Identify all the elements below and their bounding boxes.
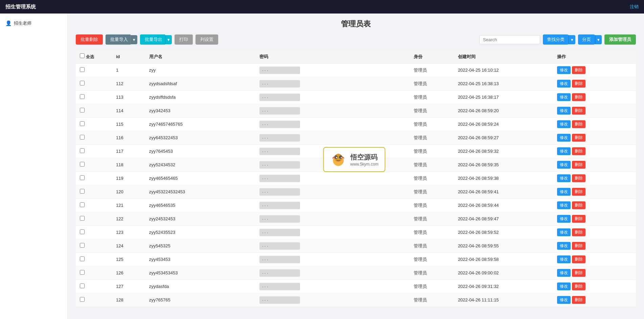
pagination-button[interactable]: 分页 — [578, 34, 595, 45]
batch-export-button[interactable]: 批量导出 — [140, 34, 165, 45]
pagination-dropdown[interactable]: ▾ — [595, 35, 602, 44]
row-username: zyydsadsfdsaf — [145, 77, 255, 91]
row-username: zyy74657465765 — [145, 118, 255, 131]
delete-button[interactable]: 删除 — [572, 80, 585, 88]
row-actions: 修改 删除 — [553, 266, 636, 280]
delete-button[interactable]: 删除 — [572, 188, 585, 196]
batch-import-button[interactable]: 批量导入 — [106, 34, 131, 45]
row-checkbox-cell — [76, 118, 112, 131]
edit-button[interactable]: 修改 — [557, 66, 571, 74]
header-select-all: 全选 — [76, 50, 112, 64]
row-role: 管理员 — [410, 226, 454, 239]
row-checkbox[interactable] — [80, 148, 85, 153]
row-actions: 修改 删除 — [553, 212, 636, 226]
delete-button[interactable]: 删除 — [572, 120, 585, 128]
row-id: 1 — [112, 64, 145, 77]
row-checkbox[interactable] — [80, 270, 85, 275]
row-checkbox[interactable] — [80, 297, 85, 302]
logout-button[interactable]: 注销 — [630, 4, 639, 10]
select-all-checkbox[interactable] — [80, 53, 85, 58]
row-id: 122 — [112, 212, 145, 226]
edit-button[interactable]: 修改 — [557, 269, 571, 277]
edit-button[interactable]: 修改 — [557, 242, 571, 250]
edit-button[interactable]: 修改 — [557, 161, 571, 169]
edit-button[interactable]: 修改 — [557, 296, 571, 304]
delete-button[interactable]: 删除 — [572, 269, 585, 277]
find-category-dropdown[interactable]: ▾ — [569, 35, 575, 44]
edit-button[interactable]: 修改 — [557, 188, 571, 196]
row-checkbox[interactable] — [80, 81, 85, 85]
row-role: 管理员 — [410, 158, 454, 172]
delete-button[interactable]: 删除 — [572, 134, 585, 142]
search-input[interactable] — [479, 35, 540, 44]
row-checkbox[interactable] — [80, 67, 85, 72]
row-checkbox[interactable] — [80, 202, 85, 207]
add-admin-button[interactable]: 添加管理员 — [604, 34, 636, 45]
delete-button[interactable]: 删除 — [572, 201, 585, 209]
row-id: 123 — [112, 226, 145, 239]
delete-button[interactable]: 删除 — [572, 242, 585, 250]
table-row: 113 zyydsffdsdsfa ··· 管理员 2022-04-25 16:… — [76, 91, 636, 104]
edit-button[interactable]: 修改 — [557, 80, 571, 88]
batch-import-dropdown[interactable]: ▾ — [131, 35, 137, 44]
edit-button[interactable]: 修改 — [557, 174, 571, 182]
row-checkbox-cell — [76, 199, 112, 212]
delete-button[interactable]: 删除 — [572, 174, 585, 182]
row-checkbox-cell — [76, 91, 112, 104]
row-checkbox[interactable] — [80, 175, 85, 180]
edit-button[interactable]: 修改 — [557, 107, 571, 115]
batch-delete-button[interactable]: 批量删除 — [76, 34, 103, 45]
app-title: 招生管理系统 — [5, 4, 36, 10]
row-role: 管理员 — [410, 145, 454, 158]
delete-button[interactable]: 删除 — [572, 107, 585, 115]
row-checkbox[interactable] — [80, 189, 85, 194]
password-dots: ··· — [259, 215, 300, 223]
row-checkbox[interactable] — [80, 284, 85, 288]
column-settings-button[interactable]: 列设置 — [196, 34, 218, 45]
row-checkbox[interactable] — [80, 243, 85, 248]
row-username: zyy52435523 — [145, 226, 255, 239]
row-id: 126 — [112, 266, 145, 280]
edit-button[interactable]: 修改 — [557, 228, 571, 236]
edit-button[interactable]: 修改 — [557, 93, 571, 101]
delete-button[interactable]: 删除 — [572, 66, 585, 74]
top-nav: 招生管理系统 注销 — [0, 0, 644, 14]
delete-button[interactable]: 删除 — [572, 283, 585, 290]
print-button[interactable]: 打印 — [175, 34, 193, 45]
delete-button[interactable]: 删除 — [572, 93, 585, 101]
row-checkbox[interactable] — [80, 135, 85, 140]
edit-button[interactable]: 修改 — [557, 120, 571, 128]
row-actions: 修改 删除 — [553, 280, 636, 293]
row-created-at: 2022-04-26 09:00:02 — [454, 266, 553, 280]
edit-button[interactable]: 修改 — [557, 134, 571, 142]
row-checkbox[interactable] — [80, 229, 85, 234]
edit-button[interactable]: 修改 — [557, 215, 571, 223]
row-checkbox[interactable] — [80, 94, 85, 99]
row-checkbox[interactable] — [80, 108, 85, 113]
row-checkbox[interactable] — [80, 121, 85, 126]
delete-button[interactable]: 删除 — [572, 147, 585, 155]
row-role: 管理员 — [410, 293, 454, 307]
admin-table: 全选 id 用户名 密码 身份 创建时间 操作 1 zyy — [76, 50, 636, 307]
row-checkbox[interactable] — [80, 256, 85, 261]
find-category-button[interactable]: 查找分类 — [543, 34, 569, 45]
table-row: 127 zyydasfda ··· 管理员 2022-04-26 09:31:3… — [76, 280, 636, 293]
edit-button[interactable]: 修改 — [557, 255, 571, 263]
password-dots: ··· — [259, 121, 300, 128]
row-checkbox-cell — [76, 158, 112, 172]
delete-button[interactable]: 删除 — [572, 255, 585, 263]
row-checkbox[interactable] — [80, 162, 85, 167]
row-username: zyy342453 — [145, 104, 255, 118]
edit-button[interactable]: 修改 — [557, 147, 571, 155]
batch-export-dropdown[interactable]: ▾ — [165, 35, 172, 44]
delete-button[interactable]: 删除 — [572, 296, 585, 304]
edit-button[interactable]: 修改 — [557, 201, 571, 209]
delete-button[interactable]: 删除 — [572, 161, 585, 169]
delete-button[interactable]: 删除 — [572, 215, 585, 223]
edit-button[interactable]: 修改 — [557, 283, 571, 290]
delete-button[interactable]: 删除 — [572, 228, 585, 236]
sidebar-item-teacher[interactable]: 👤 招生老师 — [0, 17, 67, 30]
row-actions: 修改 删除 — [553, 172, 636, 185]
row-created-at: 2022-04-26 08:59:41 — [454, 185, 553, 199]
row-checkbox[interactable] — [80, 216, 85, 221]
